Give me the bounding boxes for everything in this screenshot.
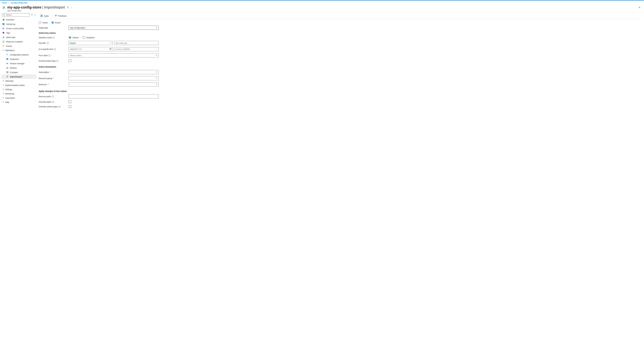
svg-point-23 [8, 63, 8, 64]
nav-tags[interactable]: Tags [1, 31, 36, 35]
activity-log-icon [2, 23, 5, 25]
resource-group-select[interactable] [69, 76, 159, 80]
nav-settings[interactable]: Settings [1, 87, 36, 92]
svg-point-29 [55, 15, 56, 16]
subscription-select[interactable] [69, 70, 159, 74]
nav-label: Automation [5, 97, 15, 99]
nav-label: Overview [6, 19, 14, 21]
section-select-key-values: Select key-values [39, 32, 640, 34]
apply-label: Apply [44, 15, 49, 17]
nav-overview[interactable]: Overview [1, 18, 36, 22]
events-icon [2, 45, 5, 47]
svg-rect-36 [110, 49, 111, 49]
key-filter-value-input[interactable]: abc | abc,xyz,... [114, 41, 158, 45]
search-icon [3, 14, 5, 16]
nav-telemetry[interactable]: Telemetry [1, 79, 36, 83]
svg-point-15 [6, 54, 7, 54]
snapshot-radio[interactable]: Snapshot [82, 36, 94, 39]
svg-rect-18 [7, 55, 8, 55]
target-type-select[interactable]: App Configuration [69, 26, 159, 30]
nav-experimentation[interactable]: Experimentation (New) [1, 83, 36, 87]
default-radio[interactable]: Default [69, 36, 78, 39]
nav-help[interactable]: Help [1, 100, 36, 104]
placeholder-text: MM/DD/YYYY [70, 48, 82, 50]
chevron-down-icon [156, 54, 157, 57]
resource-select[interactable] [69, 82, 159, 86]
nav-resource-visualizer[interactable]: Resource visualizer [1, 39, 36, 44]
nav-compare[interactable]: Compare [1, 70, 36, 74]
selection-mode-radio-group: Default Snapshot [69, 36, 94, 39]
nav-import-export[interactable]: Import/export [1, 74, 36, 79]
nav-activity-log[interactable]: Activity log [1, 22, 36, 26]
nav-monitoring[interactable]: Monitoring [1, 92, 36, 96]
chevron-right-icon [2, 88, 4, 91]
nav-restore[interactable]: Restore [1, 66, 36, 70]
svg-rect-21 [7, 58, 8, 59]
breadcrumb-home[interactable]: Home [2, 2, 7, 4]
favorite-button[interactable] [67, 6, 69, 9]
info-icon[interactable]: i [52, 101, 54, 103]
chevron-down-icon [2, 49, 4, 51]
section-select-destination: Select destination [39, 66, 640, 68]
sort-button[interactable] [30, 13, 33, 17]
nav-label: Resource visualizer [6, 41, 23, 43]
svg-rect-4 [3, 20, 4, 20]
key-filter-operator-select[interactable]: Equals [69, 41, 113, 45]
breadcrumb-store[interactable]: my-app-config-store [10, 2, 28, 4]
close-button[interactable]: ✕ [637, 5, 642, 10]
key-filter-label: Key filter i [39, 42, 69, 44]
page-subtitle: App Configuration [7, 10, 65, 12]
nav-operations[interactable]: Operations [1, 48, 36, 53]
resource-label: Resource* [39, 83, 69, 86]
svg-point-0 [3, 14, 4, 15]
sidebar-search-input[interactable] [6, 14, 29, 16]
feedback-button[interactable]: Feedback [53, 14, 68, 18]
override-labels-checkbox[interactable] [69, 101, 71, 103]
svg-point-9 [4, 28, 4, 29]
import-export-icon [2, 6, 6, 9]
time-input[interactable]: h:mm:ss PM/AM [114, 47, 158, 51]
iam-icon [2, 27, 5, 30]
exclude-feature-flag-checkbox[interactable] [69, 60, 71, 62]
nav-label: Configuration explorer [10, 54, 29, 56]
radio-label: Snapshot [86, 37, 94, 39]
info-icon[interactable]: i [59, 106, 60, 108]
nav-access-control[interactable]: Access control (IAM) [1, 26, 36, 31]
info-icon[interactable]: i [47, 42, 49, 44]
more-button[interactable]: ⋯ [71, 7, 72, 9]
remove-prefix-label: Remove prefix i [39, 95, 69, 98]
nav-automation[interactable]: Automation [1, 96, 36, 100]
toolbar: Apply Feedback [39, 13, 640, 19]
chevron-right-icon [2, 97, 4, 99]
collapse-sidebar-button[interactable]: « [34, 14, 36, 16]
remove-prefix-input[interactable] [69, 94, 159, 98]
nav-events[interactable]: Events [1, 44, 36, 48]
override-content-types-label: Override content types i [39, 106, 69, 108]
info-icon[interactable]: i [52, 96, 54, 97]
nav-snapshots[interactable]: Snapshots [1, 57, 36, 61]
nav-configuration-explorer[interactable]: Configuration explorer [1, 53, 36, 57]
info-icon[interactable]: i [56, 60, 58, 62]
override-content-types-checkbox[interactable] [69, 105, 71, 108]
nav-feature-manager[interactable]: Feature manager [1, 61, 36, 66]
import-radio[interactable]: Import [39, 21, 48, 24]
radio-label: Export [55, 22, 61, 24]
apply-button[interactable]: Apply [39, 14, 50, 18]
info-icon[interactable]: i [53, 37, 54, 39]
sidebar-search[interactable] [2, 13, 30, 17]
export-radio[interactable]: Export [51, 21, 61, 24]
sidebar: « Overview Activity log Access control (… [0, 13, 38, 114]
select-value: Equals [70, 42, 76, 44]
svg-rect-37 [111, 49, 111, 49]
config-explorer-icon [6, 54, 8, 56]
info-icon[interactable]: i [54, 48, 56, 50]
snapshots-icon [6, 58, 8, 60]
date-input[interactable]: MM/DD/YYYY [69, 47, 113, 51]
main-content: Apply Feedback Import Export Target type [38, 13, 644, 114]
from-label-select[interactable]: Please select [69, 53, 159, 57]
quickstart-icon [2, 36, 5, 38]
nav-quick-start[interactable]: Quick start [1, 35, 36, 39]
calendar-icon[interactable] [110, 48, 112, 50]
info-icon[interactable]: i [48, 55, 50, 56]
exclude-feature-flag-label: Exclude feature flag i [39, 60, 69, 62]
